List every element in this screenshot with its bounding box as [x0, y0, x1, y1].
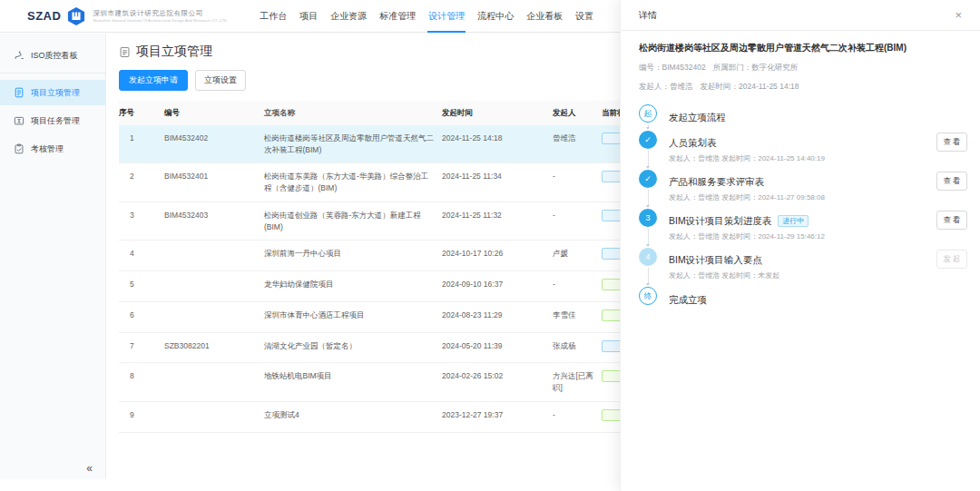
table-row[interactable]: 3BIM4532403松岗街道创业路（芙蓉路-东方大道）新建工程(BIM)202…	[119, 202, 674, 241]
column-header-5: 发起人	[553, 101, 602, 125]
sidebar-collapse-button[interactable]: «	[86, 462, 93, 475]
nav-item-3[interactable]: 企业资源	[324, 0, 373, 33]
row-initiator: -	[553, 271, 602, 301]
detail-meta-line1: 编号：BIM4532402所属部门：数字化研究所	[639, 63, 967, 74]
row-initiator: -	[553, 202, 602, 241]
sidebar-item-3[interactable]: 项目任务管理	[0, 108, 105, 133]
company-name-block: 深圳市建筑设计研究总院有限公司 Shenzhen General Institu…	[93, 9, 228, 22]
initiator-value: 曾维浩	[670, 82, 693, 91]
timeline-step-2: ✓人员策划表发起人：曾维浩 发起时间：2024-11-25 14:40:19查看	[639, 131, 967, 170]
timeline-node-icon: 3	[639, 209, 657, 227]
timeline-step-meta: 发起人：曾维浩 发起时间：2024-11-27 09:58:08	[669, 192, 825, 202]
table-row[interactable]: 8地铁站机电BIM项目2024-02-26 15:02方兴达[已离职]	[119, 363, 674, 402]
row-time: 2024-11-25 11:32	[442, 202, 553, 241]
timeline-node-icon: 4	[639, 248, 657, 266]
row-code	[164, 241, 264, 270]
sidebar-item-4[interactable]: 考核管理	[0, 136, 105, 162]
hexagon-emblem-icon	[66, 7, 86, 25]
row-initiator: 曾维浩	[553, 125, 602, 163]
timeline-step-meta: 发起人：曾维浩 发起时间：2024-11-29 15:46:12	[669, 231, 825, 241]
row-time: 2024-11-25 11:34	[442, 163, 553, 201]
nav-item-8[interactable]: 设置	[569, 0, 600, 33]
row-code: SZB3082201	[164, 333, 264, 363]
row-name: 深圳市体育中心酒店工程项目	[264, 302, 442, 332]
nav-item-7[interactable]: 企业看板	[520, 0, 569, 33]
main-nav: 工作台项目企业资源标准管理设计管理流程中心企业看板设置	[253, 0, 600, 33]
project-timeline: 起发起立项流程✓人员策划表发起人：曾维浩 发起时间：2024-11-25 14:…	[639, 104, 967, 313]
row-name: 松岗街道创业路（芙蓉路-东方大道）新建工程(BIM)	[264, 202, 442, 241]
nav-item-6[interactable]: 流程中心	[471, 0, 520, 33]
row-no: 8	[119, 363, 164, 401]
detail-drawer: 详情 × 松岗街道楼岗等社区及周边零散用户管道天然气二次补装工程(BIM) 编号…	[620, 0, 980, 491]
column-header-4: 发起时间	[442, 101, 553, 125]
logo-text: SZAD	[27, 9, 61, 23]
row-code: BIM4532403	[164, 202, 264, 241]
table-row[interactable]: 1BIM4532402松岗街道楼岗等社区及周边零散用户管道天然气二次补装工程(B…	[119, 125, 674, 164]
code-value: BIM4532402	[662, 63, 706, 72]
timeline-node-icon: 起	[639, 104, 657, 123]
drawer-title: 详情	[639, 9, 657, 22]
close-icon[interactable]: ×	[955, 9, 962, 21]
code-label: 编号：	[639, 63, 662, 72]
row-no: 6	[119, 302, 164, 332]
sidebar-item-label: 考核管理	[31, 143, 64, 155]
sidebar-item-1[interactable]: ISO质控看板	[0, 43, 105, 68]
table-row[interactable]: 6深圳市体育中心酒店工程项目2024-08-23 11:29李雪佳	[119, 302, 674, 333]
timeline-node-icon: ✓	[639, 170, 657, 188]
timeline-step-label: 发起立项流程	[669, 112, 726, 123]
timeline-connector	[646, 188, 650, 209]
timeline-step-meta: 发起人：曾维浩 发起时间：未发起	[669, 270, 779, 280]
column-header-1: 序号	[119, 101, 164, 125]
row-time: 2024-11-25 14:18	[442, 125, 553, 163]
table-row[interactable]: 5龙华妇幼保健院项目2024-09-10 16:37-	[119, 271, 674, 302]
timeline-connector	[646, 266, 650, 287]
row-code	[164, 363, 264, 401]
row-no: 4	[119, 241, 164, 270]
initiate-button-disabled[interactable]: 发起	[936, 250, 967, 269]
row-no: 9	[119, 402, 164, 432]
nav-item-4[interactable]: 标准管理	[373, 0, 422, 33]
row-code: BIM4532401	[164, 163, 264, 201]
view-button[interactable]: 查看	[936, 172, 967, 191]
row-no: 2	[119, 163, 164, 201]
row-name: 松岗街道东美路（东方大道-华美路）综合整治工程（含健步道）(BIM)	[264, 163, 442, 201]
row-name: 龙华妇幼保健院项目	[264, 271, 442, 301]
drawer-body: 松岗街道楼岗等社区及周边零散用户管道天然气二次补装工程(BIM) 编号：BIM4…	[621, 31, 980, 313]
row-no: 3	[119, 202, 164, 241]
row-code	[164, 271, 264, 301]
nav-item-2[interactable]: 项目	[293, 0, 324, 33]
row-name: 地铁站机电BIM项目	[264, 363, 442, 401]
timeline-connector	[646, 149, 650, 170]
row-initiator: 张成杨	[553, 333, 602, 363]
project-table: 序号编号立项名称发起时间发起人当前状态 1BIM4532402松岗街道楼岗等社区…	[119, 101, 674, 433]
row-name: 立项测试4	[264, 402, 442, 432]
row-time: 2024-02-26 15:02	[442, 363, 553, 401]
initiator-label: 发起人：	[639, 82, 670, 91]
row-code	[164, 402, 264, 432]
timeline-step-label: 人员策划表	[669, 137, 717, 148]
row-time: 2024-09-10 16:37	[442, 271, 553, 301]
nav-item-1[interactable]: 工作台	[253, 0, 293, 33]
table-row[interactable]: 9立项测试42023-12-27 19:37-	[119, 402, 674, 433]
task-box-icon	[14, 115, 24, 126]
timeline-step-meta: 发起人：曾维浩 发起时间：2024-11-25 14:40:19	[669, 153, 825, 163]
view-button[interactable]: 查看	[936, 133, 967, 152]
start-project-request-button[interactable]: 发起立项申请	[119, 70, 188, 91]
app-window: SZAD 深圳市建筑设计研究总院有限公司 Shenzhen General In…	[0, 0, 980, 491]
project-settings-button[interactable]: 立项设置	[195, 70, 246, 91]
timeline-step-6: 终完成立项	[639, 287, 967, 313]
table-row[interactable]: 7SZB3082201清湖文化产业园（暂定名）2024-05-20 11:39张…	[119, 333, 674, 364]
table-row[interactable]: 2BIM4532401松岗街道东美路（东方大道-华美路）综合整治工程（含健步道）…	[119, 163, 674, 202]
nav-item-5[interactable]: 设计管理	[422, 0, 471, 33]
row-name: 松岗街道楼岗等社区及周边零散用户管道天然气二次补装工程(BIM)	[264, 125, 442, 163]
sidebar: ISO质控看板项目立项管理项目任务管理考核管理 «	[0, 34, 106, 479]
drawer-header: 详情 ×	[621, 0, 980, 31]
view-button[interactable]: 查看	[936, 211, 967, 230]
timeline-step-1: 起发起立项流程	[639, 104, 967, 131]
row-code: BIM4532402	[164, 125, 264, 163]
sidebar-item-2[interactable]: 项目立项管理	[0, 80, 105, 105]
row-no: 7	[119, 333, 164, 363]
document-icon	[119, 46, 131, 58]
table-row[interactable]: 4深圳前海一丹中心项目2024-10-17 10:26卢媛	[119, 241, 674, 271]
timeline-connector	[646, 123, 650, 131]
